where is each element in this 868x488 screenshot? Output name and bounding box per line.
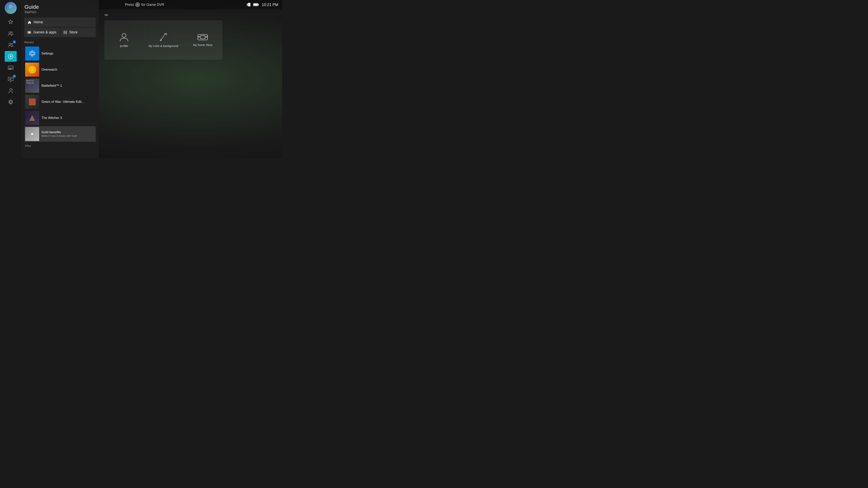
recent-witcher-name: The Witcher 3: [41, 116, 95, 120]
clock: 10:21 PM: [261, 2, 278, 7]
sidebar-item-friends[interactable]: [5, 28, 17, 39]
recent-settings-info: Settings: [41, 52, 95, 55]
svg-rect-18: [9, 78, 12, 79]
svg-rect-33: [206, 36, 207, 37]
person-icon: [119, 32, 129, 42]
games-icon: [28, 31, 31, 34]
svg-rect-23: [64, 31, 67, 34]
recent-item-gold[interactable]: ★ Gold benefits Mafia III now in Deals w…: [24, 126, 96, 142]
battlefield-thumbnail: BATTLFIELD: [25, 79, 39, 93]
settings-thumbnail: [25, 47, 39, 60]
recent-settings-name: Settings: [41, 52, 95, 55]
recent-battlefield-info: Battlefield™ 1: [41, 84, 95, 88]
sidebar-item-party[interactable]: [5, 85, 17, 96]
svg-rect-16: [9, 68, 12, 68]
svg-point-25: [122, 33, 126, 37]
recent-overwatch-name: Overwatch: [41, 68, 95, 71]
svg-point-20: [10, 88, 12, 90]
svg-point-1: [137, 4, 138, 5]
brush-icon: [158, 32, 168, 42]
recent-witcher-info: The Witcher 3: [41, 116, 95, 120]
guide-games-apps-button[interactable]: Games & apps: [24, 28, 60, 37]
recent-gears-info: Gears of War: Ultimate Edit...: [41, 100, 95, 104]
svg-point-7: [9, 5, 12, 8]
guide-store-label: Store: [69, 30, 78, 34]
svg-rect-3: [248, 3, 250, 6]
recent-gold-sub: Mafia III now in Deals with Gold: [41, 134, 95, 138]
sidebar-item-achievements[interactable]: [5, 17, 17, 27]
guide-nav-row: Games & apps Store: [24, 28, 96, 37]
guide-store-button[interactable]: Store: [60, 28, 96, 37]
tile-color-background[interactable]: My color & background: [144, 21, 183, 59]
tile-color-label: My color & background: [149, 44, 178, 48]
tile-xbox-label: My home Xbox: [193, 43, 212, 47]
store-icon: [64, 31, 67, 34]
recent-overwatch-info: Overwatch: [41, 68, 95, 71]
recent-battlefield-name: Battlefield™ 1: [41, 84, 95, 88]
recent-item-settings[interactable]: Settings: [24, 46, 96, 61]
sidebar-item-messages[interactable]: [5, 62, 17, 73]
gold-thumbnail: ★: [25, 127, 39, 141]
svg-point-8: [7, 9, 14, 13]
sidebar-item-friends-notification[interactable]: 1: [5, 39, 17, 50]
svg-rect-32: [198, 36, 199, 37]
svg-rect-6: [253, 4, 258, 6]
recent-item-overwatch[interactable]: ⚡ Overwatch: [24, 62, 96, 77]
guide-games-label: Games & apps: [33, 30, 56, 34]
recent-gears-name: Gears of War: Ultimate Edit...: [41, 100, 95, 104]
guide-title: Guide: [24, 4, 96, 10]
game-dvr-bar: Press for Game DVR: [125, 2, 164, 7]
recent-gold-name: Gold benefits: [41, 130, 95, 134]
svg-point-27: [160, 39, 162, 41]
pins-label: Pins: [24, 144, 96, 147]
overwatch-thumbnail: ⚡: [25, 63, 39, 77]
user-avatar[interactable]: [5, 2, 17, 14]
home-icon: [28, 20, 31, 24]
svg-point-9: [9, 32, 11, 33]
svg-point-11: [9, 43, 11, 45]
system-tray: 10:21 PM: [247, 2, 278, 7]
main-content: on profile My color & background: [99, 9, 282, 158]
svg-rect-19: [9, 79, 11, 80]
press-label: Press: [125, 3, 134, 7]
recent-gold-info: Gold benefits Mafia III now in Deals wit…: [41, 130, 95, 138]
svg-line-29: [166, 33, 167, 34]
guide-home-label: Home: [34, 20, 43, 24]
guide-nav: Home Games & apps Store: [24, 18, 96, 37]
guide-panel: Guide SlipPitch Home Games & apps: [21, 0, 99, 158]
witcher-thumbnail: [25, 111, 39, 125]
xbox-console-icon: [197, 33, 209, 41]
recent-item-witcher[interactable]: The Witcher 3: [24, 110, 96, 126]
sidebar-item-chat[interactable]: 7: [5, 74, 17, 85]
battery-icon: [253, 3, 259, 6]
svg-rect-17: [9, 69, 11, 69]
recent-item-gears[interactable]: Gears of War: Ultimate Edit...: [24, 94, 96, 110]
svg-point-14: [10, 55, 12, 57]
recent-label: Recent: [24, 40, 96, 44]
svg-rect-5: [258, 4, 259, 5]
tile-profile-label: profile: [120, 44, 128, 48]
game-dvr-label: for Game DVR: [141, 3, 164, 7]
svg-rect-22: [28, 32, 30, 33]
sidebar-item-xbox-home[interactable]: [5, 51, 17, 62]
tiles-row: profile My color & background My home Xb…: [99, 21, 282, 59]
gears-thumbnail: [25, 95, 39, 109]
sidebar: 1 7: [0, 0, 21, 158]
tile-profile[interactable]: profile: [105, 21, 144, 59]
svg-point-24: [31, 52, 33, 55]
svg-point-10: [11, 32, 13, 33]
svg-point-12: [11, 43, 13, 45]
tile-home-xbox[interactable]: My home Xbox: [183, 21, 222, 59]
guide-username: SlipPitch: [24, 10, 96, 14]
recent-item-battlefield[interactable]: BATTLFIELD Battlefield™ 1: [24, 78, 96, 93]
xbox-button-icon: [135, 2, 140, 7]
content-section-label: on: [99, 9, 282, 19]
sidebar-item-settings[interactable]: [5, 97, 17, 108]
svg-rect-2: [247, 3, 248, 6]
notification-icon: [247, 2, 251, 7]
svg-rect-31: [200, 36, 205, 39]
guide-home-button[interactable]: Home: [24, 18, 96, 27]
svg-line-26: [161, 33, 165, 39]
